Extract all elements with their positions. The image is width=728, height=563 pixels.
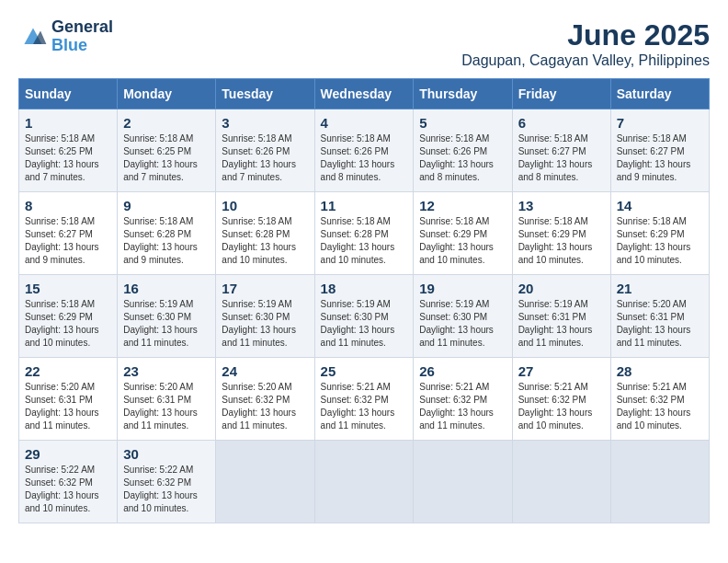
day-info: Sunrise: 5:18 AMSunset: 6:26 PMDaylight:… xyxy=(321,132,408,184)
weekday-header-sunday: Sunday xyxy=(19,79,118,109)
calendar-cell xyxy=(414,441,512,523)
calendar-cell: 27Sunrise: 5:21 AMSunset: 6:32 PMDayligh… xyxy=(512,358,610,441)
logo-icon xyxy=(18,22,48,52)
day-info: Sunrise: 5:21 AMSunset: 6:32 PMDaylight:… xyxy=(419,381,506,432)
title-area: June 2025 Dagupan, Cagayan Valley, Phili… xyxy=(461,18,710,69)
calendar-cell: 16Sunrise: 5:19 AMSunset: 6:30 PMDayligh… xyxy=(118,275,216,358)
calendar-cell: 10Sunrise: 5:18 AMSunset: 6:28 PMDayligh… xyxy=(216,192,314,275)
day-info: Sunrise: 5:20 AMSunset: 6:31 PMDaylight:… xyxy=(617,298,703,350)
calendar-cell: 4Sunrise: 5:18 AMSunset: 6:26 PMDaylight… xyxy=(314,109,414,192)
calendar-cell: 29Sunrise: 5:22 AMSunset: 6:32 PMDayligh… xyxy=(19,441,118,523)
day-number: 11 xyxy=(321,198,408,213)
weekday-header-saturday: Saturday xyxy=(610,79,709,109)
day-info: Sunrise: 5:18 AMSunset: 6:26 PMDaylight:… xyxy=(222,132,308,184)
day-number: 24 xyxy=(222,363,308,379)
calendar-cell xyxy=(216,441,314,523)
weekday-header-thursday: Thursday xyxy=(414,79,512,109)
day-number: 9 xyxy=(123,198,210,213)
day-info: Sunrise: 5:21 AMSunset: 6:32 PMDaylight:… xyxy=(321,381,408,432)
day-number: 22 xyxy=(25,363,111,379)
calendar-cell xyxy=(610,441,709,523)
day-info: Sunrise: 5:18 AMSunset: 6:27 PMDaylight:… xyxy=(617,132,703,184)
calendar-cell: 13Sunrise: 5:18 AMSunset: 6:29 PMDayligh… xyxy=(512,192,610,275)
week-row-3: 15Sunrise: 5:18 AMSunset: 6:29 PMDayligh… xyxy=(19,275,710,358)
calendar-cell: 12Sunrise: 5:18 AMSunset: 6:29 PMDayligh… xyxy=(414,192,512,275)
calendar-cell: 25Sunrise: 5:21 AMSunset: 6:32 PMDayligh… xyxy=(314,358,414,441)
calendar-cell xyxy=(512,441,610,523)
day-number: 28 xyxy=(617,363,703,379)
calendar-cell: 26Sunrise: 5:21 AMSunset: 6:32 PMDayligh… xyxy=(414,358,512,441)
day-info: Sunrise: 5:18 AMSunset: 6:29 PMDaylight:… xyxy=(617,215,703,267)
day-number: 27 xyxy=(518,363,605,379)
week-row-5: 29Sunrise: 5:22 AMSunset: 6:32 PMDayligh… xyxy=(19,441,710,523)
week-row-4: 22Sunrise: 5:20 AMSunset: 6:31 PMDayligh… xyxy=(19,358,710,441)
day-number: 7 xyxy=(617,115,703,131)
day-number: 1 xyxy=(25,115,111,131)
calendar-cell xyxy=(314,441,414,523)
day-number: 10 xyxy=(222,198,308,213)
calendar-cell: 1Sunrise: 5:18 AMSunset: 6:25 PMDaylight… xyxy=(19,109,118,192)
day-info: Sunrise: 5:21 AMSunset: 6:32 PMDaylight:… xyxy=(617,381,703,432)
day-number: 20 xyxy=(518,281,605,296)
weekday-header-row: SundayMondayTuesdayWednesdayThursdayFrid… xyxy=(19,79,710,109)
day-info: Sunrise: 5:20 AMSunset: 6:31 PMDaylight:… xyxy=(25,381,111,432)
day-number: 29 xyxy=(25,446,111,462)
day-number: 2 xyxy=(123,115,210,131)
calendar-cell: 7Sunrise: 5:18 AMSunset: 6:27 PMDaylight… xyxy=(610,109,709,192)
day-number: 14 xyxy=(617,198,703,213)
calendar-subtitle: Dagupan, Cagayan Valley, Philippines xyxy=(461,52,710,69)
calendar-cell: 18Sunrise: 5:19 AMSunset: 6:30 PMDayligh… xyxy=(314,275,414,358)
day-info: Sunrise: 5:19 AMSunset: 6:30 PMDaylight:… xyxy=(123,298,210,350)
calendar-cell: 11Sunrise: 5:18 AMSunset: 6:28 PMDayligh… xyxy=(314,192,414,275)
day-number: 18 xyxy=(321,281,408,296)
weekday-header-wednesday: Wednesday xyxy=(314,79,414,109)
weekday-header-friday: Friday xyxy=(512,79,610,109)
day-info: Sunrise: 5:21 AMSunset: 6:32 PMDaylight:… xyxy=(518,381,605,432)
day-info: Sunrise: 5:18 AMSunset: 6:26 PMDaylight:… xyxy=(419,132,506,184)
calendar-cell: 22Sunrise: 5:20 AMSunset: 6:31 PMDayligh… xyxy=(19,358,118,441)
day-number: 8 xyxy=(25,198,111,213)
calendar-cell: 17Sunrise: 5:19 AMSunset: 6:30 PMDayligh… xyxy=(216,275,314,358)
day-number: 17 xyxy=(222,281,308,296)
day-info: Sunrise: 5:18 AMSunset: 6:27 PMDaylight:… xyxy=(518,132,605,184)
day-info: Sunrise: 5:19 AMSunset: 6:31 PMDaylight:… xyxy=(518,298,605,350)
day-number: 15 xyxy=(25,281,111,296)
calendar-cell: 3Sunrise: 5:18 AMSunset: 6:26 PMDaylight… xyxy=(216,109,314,192)
week-row-2: 8Sunrise: 5:18 AMSunset: 6:27 PMDaylight… xyxy=(19,192,710,275)
day-number: 4 xyxy=(321,115,408,131)
calendar-cell: 28Sunrise: 5:21 AMSunset: 6:32 PMDayligh… xyxy=(610,358,709,441)
calendar-cell: 30Sunrise: 5:22 AMSunset: 6:32 PMDayligh… xyxy=(118,441,216,523)
day-number: 5 xyxy=(419,115,506,131)
day-number: 25 xyxy=(321,363,408,379)
calendar-table: SundayMondayTuesdayWednesdayThursdayFrid… xyxy=(18,78,710,523)
weekday-header-tuesday: Tuesday xyxy=(216,79,314,109)
day-info: Sunrise: 5:18 AMSunset: 6:25 PMDaylight:… xyxy=(25,132,111,184)
day-number: 6 xyxy=(518,115,605,131)
day-info: Sunrise: 5:22 AMSunset: 6:32 PMDaylight:… xyxy=(25,464,111,515)
day-info: Sunrise: 5:18 AMSunset: 6:28 PMDaylight:… xyxy=(123,215,210,267)
calendar-cell: 20Sunrise: 5:19 AMSunset: 6:31 PMDayligh… xyxy=(512,275,610,358)
day-number: 12 xyxy=(419,198,506,213)
day-info: Sunrise: 5:18 AMSunset: 6:25 PMDaylight:… xyxy=(123,132,210,184)
day-number: 23 xyxy=(123,363,210,379)
day-number: 19 xyxy=(419,281,506,296)
day-info: Sunrise: 5:22 AMSunset: 6:32 PMDaylight:… xyxy=(123,464,210,515)
day-number: 21 xyxy=(617,281,703,296)
day-info: Sunrise: 5:19 AMSunset: 6:30 PMDaylight:… xyxy=(419,298,506,350)
day-number: 13 xyxy=(518,198,605,213)
calendar-cell: 8Sunrise: 5:18 AMSunset: 6:27 PMDaylight… xyxy=(19,192,118,275)
calendar-cell: 23Sunrise: 5:20 AMSunset: 6:31 PMDayligh… xyxy=(118,358,216,441)
day-info: Sunrise: 5:19 AMSunset: 6:30 PMDaylight:… xyxy=(321,298,408,350)
weekday-header-monday: Monday xyxy=(118,79,216,109)
day-info: Sunrise: 5:19 AMSunset: 6:30 PMDaylight:… xyxy=(222,298,308,350)
calendar-cell: 9Sunrise: 5:18 AMSunset: 6:28 PMDaylight… xyxy=(118,192,216,275)
week-row-1: 1Sunrise: 5:18 AMSunset: 6:25 PMDaylight… xyxy=(19,109,710,192)
day-info: Sunrise: 5:18 AMSunset: 6:27 PMDaylight:… xyxy=(25,215,111,267)
calendar-cell: 19Sunrise: 5:19 AMSunset: 6:30 PMDayligh… xyxy=(414,275,512,358)
day-info: Sunrise: 5:18 AMSunset: 6:29 PMDaylight:… xyxy=(518,215,605,267)
calendar-cell: 21Sunrise: 5:20 AMSunset: 6:31 PMDayligh… xyxy=(610,275,709,358)
logo: General Blue xyxy=(18,18,113,55)
calendar-cell: 5Sunrise: 5:18 AMSunset: 6:26 PMDaylight… xyxy=(414,109,512,192)
day-info: Sunrise: 5:18 AMSunset: 6:28 PMDaylight:… xyxy=(321,215,408,267)
logo-text: General Blue xyxy=(51,18,113,55)
